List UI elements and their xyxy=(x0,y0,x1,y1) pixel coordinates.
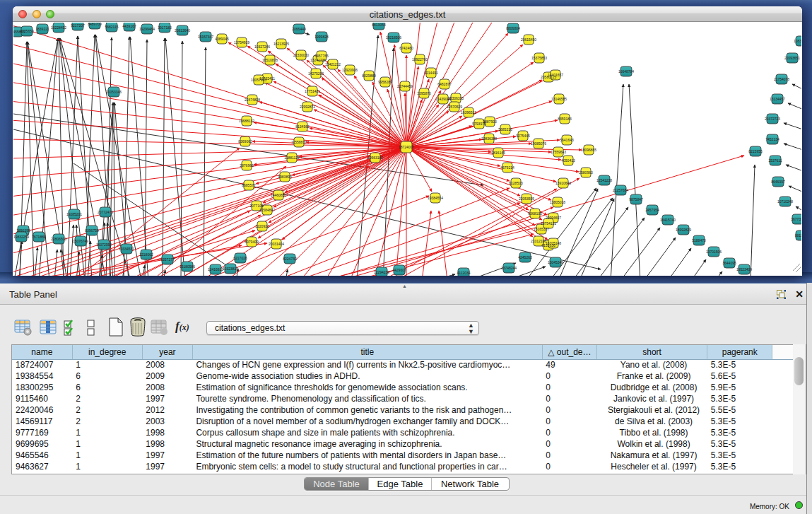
svg-text:22330030: 22330030 xyxy=(293,53,309,57)
svg-text:13910648: 13910648 xyxy=(555,181,571,185)
svg-text:3644095: 3644095 xyxy=(722,261,736,265)
svg-text:13754919: 13754919 xyxy=(234,40,249,45)
svg-text:7671884: 7671884 xyxy=(32,235,46,239)
svg-text:16648784: 16648784 xyxy=(618,69,634,74)
svg-text:6368105: 6368105 xyxy=(528,211,542,216)
svg-text:2580963: 2580963 xyxy=(579,170,593,175)
svg-text:13241736: 13241736 xyxy=(310,58,326,62)
svg-text:16072954: 16072954 xyxy=(96,243,112,247)
svg-text:20372723: 20372723 xyxy=(765,117,780,121)
svg-text:4439167: 4439167 xyxy=(122,24,136,28)
svg-text:18922760: 18922760 xyxy=(412,57,428,62)
svg-text:22992872: 22992872 xyxy=(300,105,315,109)
svg-text:8489709: 8489709 xyxy=(88,23,102,26)
svg-text:2457954: 2457954 xyxy=(645,208,659,212)
svg-text:12416912: 12416912 xyxy=(208,267,223,271)
svg-text:22474828: 22474828 xyxy=(245,98,260,102)
svg-text:12541238: 12541238 xyxy=(596,178,612,182)
svg-text:8359183: 8359183 xyxy=(558,117,572,121)
svg-text:9983893: 9983893 xyxy=(278,175,292,179)
svg-text:22093651: 22093651 xyxy=(784,56,800,60)
svg-text:10327246: 10327246 xyxy=(254,45,270,49)
svg-text:20772475: 20772475 xyxy=(98,210,113,214)
svg-text:17559643: 17559643 xyxy=(551,150,566,154)
svg-text:13701506: 13701506 xyxy=(706,250,722,254)
svg-text:18096865: 18096865 xyxy=(581,148,596,152)
svg-text:10228452: 10228452 xyxy=(51,25,66,30)
svg-text:10057945: 10057945 xyxy=(251,78,266,82)
svg-text:13421212: 13421212 xyxy=(325,62,341,66)
svg-text:20994697: 20994697 xyxy=(546,216,561,220)
svg-text:7452134: 7452134 xyxy=(765,137,779,141)
svg-text:16213925: 16213925 xyxy=(273,42,289,46)
svg-text:1890399: 1890399 xyxy=(16,228,30,233)
svg-text:12294238: 12294238 xyxy=(374,270,389,274)
svg-text:15375853: 15375853 xyxy=(531,56,547,60)
svg-text:6457765: 6457765 xyxy=(314,54,329,58)
svg-text:15157347: 15157347 xyxy=(198,35,213,39)
svg-text:9217207: 9217207 xyxy=(71,23,85,28)
svg-text:21754078: 21754078 xyxy=(774,77,789,81)
svg-text:4735650: 4735650 xyxy=(20,29,34,33)
svg-text:19384554: 19384554 xyxy=(428,196,443,200)
svg-text:9887903: 9887903 xyxy=(483,119,497,124)
svg-text:2876966: 2876966 xyxy=(240,163,254,168)
svg-text:13134457: 13134457 xyxy=(770,97,785,101)
svg-text:19523409: 19523409 xyxy=(736,267,752,271)
svg-text:5682115: 5682115 xyxy=(105,25,118,29)
svg-text:9816145: 9816145 xyxy=(491,151,505,155)
svg-text:1999828: 1999828 xyxy=(314,35,329,39)
svg-text:4050413: 4050413 xyxy=(561,158,575,163)
svg-text:16510878: 16510878 xyxy=(262,58,278,62)
svg-text:19299464: 19299464 xyxy=(139,27,155,31)
svg-text:22053595: 22053595 xyxy=(519,197,534,201)
svg-text:12920906: 12920906 xyxy=(342,68,358,72)
svg-text:15165337: 15165337 xyxy=(534,227,549,231)
svg-text:6357277: 6357277 xyxy=(160,257,175,262)
svg-text:18992829: 18992829 xyxy=(676,228,691,232)
svg-text:10334531: 10334531 xyxy=(119,247,134,251)
svg-text:3917183: 3917183 xyxy=(158,25,172,30)
svg-text:19285201: 19285201 xyxy=(66,212,82,216)
svg-text:22306335: 22306335 xyxy=(448,96,464,100)
svg-text:9275445: 9275445 xyxy=(516,134,530,138)
svg-text:21257684: 21257684 xyxy=(613,188,628,192)
svg-text:3220921: 3220921 xyxy=(255,224,269,228)
svg-text:22570529: 22570529 xyxy=(447,105,462,109)
svg-text:11584847: 11584847 xyxy=(259,208,275,212)
svg-text:22744459: 22744459 xyxy=(397,84,413,88)
svg-text:6742460: 6742460 xyxy=(399,46,413,50)
svg-text:3677374: 3677374 xyxy=(791,217,801,221)
svg-text:15076749: 15076749 xyxy=(73,239,88,243)
svg-text:11558837: 11558837 xyxy=(291,140,307,144)
svg-text:4112034: 4112034 xyxy=(457,271,470,275)
svg-text:19218506: 19218506 xyxy=(386,35,401,40)
svg-text:5685216: 5685216 xyxy=(498,127,512,132)
svg-text:14401657: 14401657 xyxy=(548,73,563,77)
svg-text:9958289: 9958289 xyxy=(378,80,392,84)
svg-text:22806503: 22806503 xyxy=(51,237,66,241)
svg-text:1839221: 1839221 xyxy=(35,27,49,31)
svg-text:20031404: 20031404 xyxy=(269,242,284,246)
svg-text:4429607: 4429607 xyxy=(392,268,406,272)
svg-text:10710248: 10710248 xyxy=(777,199,793,204)
svg-text:13045349: 13045349 xyxy=(548,260,563,264)
svg-text:8369062: 8369062 xyxy=(238,139,252,144)
svg-text:9875847: 9875847 xyxy=(629,197,643,201)
svg-text:20615450: 20615450 xyxy=(521,37,536,42)
svg-text:2537611: 2537611 xyxy=(768,158,782,163)
svg-text:6128503: 6128503 xyxy=(509,181,523,185)
svg-text:6217026: 6217026 xyxy=(233,256,247,260)
svg-text:17751421: 17751421 xyxy=(305,89,320,93)
svg-text:19832259: 19832259 xyxy=(13,235,29,239)
svg-text:2066449: 2066449 xyxy=(292,27,306,31)
svg-text:8029889: 8029889 xyxy=(362,74,376,78)
svg-text:8685577: 8685577 xyxy=(242,183,256,187)
svg-text:8396759: 8396759 xyxy=(85,228,99,233)
svg-text:10323815: 10323815 xyxy=(223,267,238,271)
svg-text:14275203: 14275203 xyxy=(308,71,324,76)
svg-text:15180586: 15180586 xyxy=(180,264,195,269)
svg-text:20053346: 20053346 xyxy=(106,90,122,94)
svg-text:13146585: 13146585 xyxy=(551,97,567,101)
svg-text:8813054: 8813054 xyxy=(372,23,386,27)
